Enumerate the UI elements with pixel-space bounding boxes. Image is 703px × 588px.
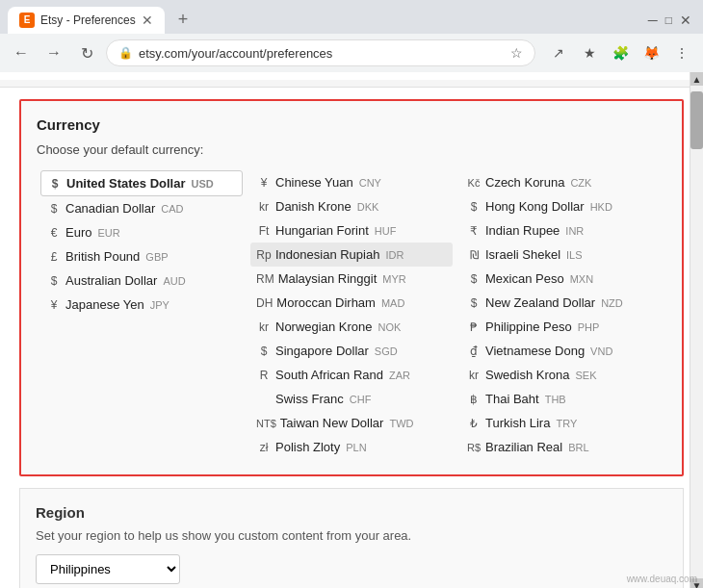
currency-symbol: R xyxy=(256,369,272,382)
currency-name: Israeli Shekel xyxy=(485,247,560,262)
currency-code: CHF xyxy=(350,394,372,405)
currency-item-nzd[interactable]: $ New Zealand Dollar NZD xyxy=(460,291,663,315)
tab-close-button[interactable]: ✕ xyxy=(142,13,153,28)
minimize-button[interactable]: ─ xyxy=(648,13,658,28)
region-select[interactable]: Philippines United States Canada United … xyxy=(36,554,180,584)
nav-bar: ← → ↻ 🔒 etsy.com/your/account/preference… xyxy=(0,34,703,72)
currency-item-nok[interactable]: kr Norwegian Krone NOK xyxy=(250,315,453,339)
currency-col-2: ¥ Chinese Yuan CNY kr Danish Krone DKK F… xyxy=(247,170,456,459)
tab-bar: E Etsy - Preferences ✕ + ─ □ ✕ xyxy=(0,0,703,34)
currency-symbol: € xyxy=(46,226,62,240)
forward-button[interactable]: → xyxy=(40,39,67,66)
currency-symbol: kr xyxy=(256,200,272,214)
currency-symbol: ₹ xyxy=(466,224,482,238)
currency-name: Moroccan Dirham xyxy=(276,295,376,310)
currency-item-jpy[interactable]: ¥ Japanese Yen JPY xyxy=(40,293,243,317)
currency-section: Currency Choose your default currency: $… xyxy=(19,99,684,476)
currency-symbol: zł xyxy=(256,441,272,454)
currency-code: BRL xyxy=(568,442,588,453)
top-bar xyxy=(0,80,703,88)
currency-code: HKD xyxy=(590,201,612,213)
currency-symbol: ₱ xyxy=(466,320,482,334)
currency-item-zar[interactable]: R South African Rand ZAR xyxy=(250,363,453,387)
currency-symbol: NT$ xyxy=(256,418,276,429)
currency-item-czk[interactable]: Kč Czech Koruna CZK xyxy=(460,170,663,194)
currency-symbol: ₫ xyxy=(466,345,482,358)
share-icon[interactable]: ↗ xyxy=(545,39,572,66)
currency-item-twd[interactable]: NT$ Taiwan New Dollar TWD xyxy=(250,411,453,435)
currency-symbol: Rp xyxy=(256,248,272,262)
extension-icon[interactable]: 🧩 xyxy=(607,39,634,66)
region-section: Region Set your region to help us show y… xyxy=(19,488,684,588)
currency-item-mad[interactable]: DH Moroccan Dirham MAD xyxy=(250,291,453,315)
menu-icon[interactable]: ⋮ xyxy=(668,39,695,66)
profile-icon[interactable]: 🦊 xyxy=(638,39,664,66)
currency-item-myr[interactable]: RM Malaysian Ringgit MYR xyxy=(250,267,453,291)
scroll-thumb[interactable] xyxy=(690,91,703,149)
currency-code: PHP xyxy=(578,321,600,333)
currency-item-inr[interactable]: ₹ Indian Rupee INR xyxy=(460,218,663,243)
currency-item-chf[interactable]: Swiss Franc CHF xyxy=(250,387,453,411)
currency-name: Vietnamese Dong xyxy=(485,344,585,358)
currency-item-vnd[interactable]: ₫ Vietnamese Dong VND xyxy=(460,339,663,363)
currency-item-thb[interactable]: ฿ Thai Baht THB xyxy=(460,387,663,411)
currency-code: AUD xyxy=(163,275,185,287)
currency-item-sgd[interactable]: $ Singapore Dollar SGD xyxy=(250,339,453,363)
currency-item-eur[interactable]: € Euro EUR xyxy=(40,220,243,244)
currency-name: Turkish Lira xyxy=(485,416,550,430)
currency-item-huf[interactable]: Ft Hungarian Forint HUF xyxy=(250,218,453,243)
currency-name: Hungarian Forint xyxy=(275,223,369,238)
back-button[interactable]: ← xyxy=(8,39,35,66)
currency-name: Swiss Franc xyxy=(275,392,344,406)
new-tab-button[interactable]: + xyxy=(170,6,196,34)
active-tab[interactable]: E Etsy - Preferences ✕ xyxy=(8,7,165,34)
currency-code: INR xyxy=(565,225,584,237)
currency-item-idr[interactable]: Rp Indonesian Rupiah IDR xyxy=(250,243,453,267)
currency-name: Swedish Krona xyxy=(485,368,569,382)
currency-item-try[interactable]: ₺ Turkish Lira TRY xyxy=(460,411,663,435)
currency-code: JPY xyxy=(150,299,169,311)
currency-col-3: Kč Czech Koruna CZK $ Hong Kong Dollar H… xyxy=(456,170,666,459)
currency-item-php[interactable]: ₱ Philippine Peso PHP xyxy=(460,315,663,339)
star-icon[interactable]: ☆ xyxy=(510,45,523,61)
address-bar[interactable]: 🔒 etsy.com/your/account/preferences ☆ xyxy=(106,39,535,66)
currency-symbol: $ xyxy=(466,296,482,310)
currency-item-mxn[interactable]: $ Mexican Peso MXN xyxy=(460,267,663,291)
currency-item-gbp[interactable]: £ British Pound GBP xyxy=(40,244,243,268)
currency-symbol: ¥ xyxy=(46,298,62,312)
currency-name: Mexican Peso xyxy=(485,271,564,286)
currency-code: MYR xyxy=(382,273,405,285)
currency-item-cny[interactable]: ¥ Chinese Yuan CNY xyxy=(250,170,453,194)
region-title: Region xyxy=(36,504,667,521)
scroll-up-button[interactable]: ▲ xyxy=(690,72,703,86)
currency-item-ils[interactable]: ₪ Israeli Shekel ILS xyxy=(460,243,663,267)
currency-item-dkk[interactable]: kr Danish Krone DKK xyxy=(250,194,453,218)
currency-item-usd[interactable]: $ United States Dollar USD xyxy=(40,170,243,196)
currency-code: USD xyxy=(192,178,214,190)
scrollbar[interactable]: ▲ ▼ xyxy=(690,72,703,588)
currency-code: MAD xyxy=(381,297,404,309)
currency-item-cad[interactable]: $ Canadian Dollar CAD xyxy=(40,196,243,220)
currency-symbol: ₺ xyxy=(466,417,482,430)
currency-item-sek[interactable]: kr Swedish Krona SEK xyxy=(460,363,663,387)
refresh-button[interactable]: ↻ xyxy=(73,39,100,66)
close-window-button[interactable]: ✕ xyxy=(680,13,691,28)
currency-code: EUR xyxy=(97,227,119,239)
currency-item-pln[interactable]: zł Polish Zloty PLN xyxy=(250,435,453,459)
currency-code: VND xyxy=(590,345,612,357)
currency-col-1: $ United States Dollar USD $ Canadian Do… xyxy=(37,170,247,459)
currency-item-brl[interactable]: R$ Brazilian Real BRL xyxy=(460,435,663,459)
currency-symbol: $ xyxy=(466,272,482,286)
currency-symbol: RM xyxy=(256,272,274,286)
currency-code: SGD xyxy=(375,345,398,357)
currency-item-hkd[interactable]: $ Hong Kong Dollar HKD xyxy=(460,194,663,218)
currency-code: MXN xyxy=(570,273,593,285)
maximize-button[interactable]: □ xyxy=(665,13,672,27)
currency-name: New Zealand Dollar xyxy=(485,295,595,310)
currency-symbol: $ xyxy=(46,274,62,288)
currency-item-aud[interactable]: $ Australian Dollar AUD xyxy=(40,268,243,293)
bookmark-icon[interactable]: ★ xyxy=(576,39,603,66)
currency-code: CAD xyxy=(161,203,183,215)
currency-name: Czech Koruna xyxy=(485,175,564,190)
currency-name: Malaysian Ringgit xyxy=(278,271,378,286)
